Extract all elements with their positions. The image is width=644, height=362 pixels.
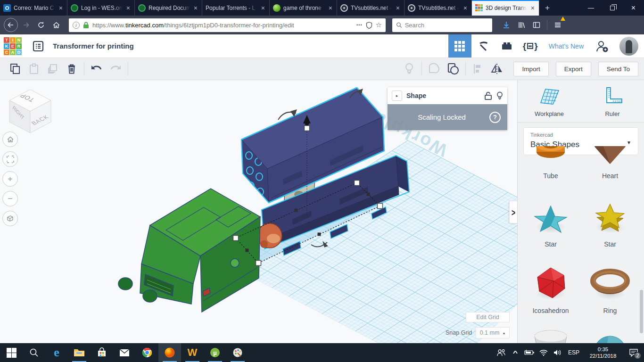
- tinkercad-logo[interactable]: TINKERCAD: [4, 37, 22, 55]
- tab-required-docs[interactable]: Required Docum ×: [135, 0, 202, 16]
- taskbar-paint[interactable]: [226, 343, 249, 362]
- perspective-toggle-button[interactable]: [2, 211, 18, 226]
- delete-icon[interactable]: [62, 59, 81, 78]
- forward-button[interactable]: [19, 18, 33, 32]
- url-text[interactable]: https://www.tinkercad.com/things/6Iztjpm…: [92, 22, 353, 29]
- wifi-icon[interactable]: [537, 343, 551, 362]
- edit-grid-button[interactable]: Edit Grid: [466, 312, 510, 322]
- reload-button[interactable]: [34, 18, 48, 32]
- tracking-shield-icon[interactable]: [366, 22, 372, 29]
- taskbar-filmora[interactable]: W: [181, 343, 204, 362]
- search-box[interactable]: [392, 18, 492, 32]
- collapse-sidebar-handle[interactable]: >: [509, 201, 517, 223]
- whats-new-link[interactable]: What's New: [542, 34, 590, 58]
- tab-close-icon[interactable]: ×: [395, 4, 401, 12]
- expand-panel-icon[interactable]: ▸: [392, 90, 402, 101]
- design-properties-icon[interactable]: [30, 38, 46, 54]
- zoom-in-button[interactable]: +: [2, 171, 18, 187]
- tab-wes-login[interactable]: Log in - WES.org ×: [67, 0, 135, 16]
- taskbar-chrome[interactable]: [136, 343, 158, 362]
- language-indicator[interactable]: ESP: [565, 343, 583, 362]
- start-button[interactable]: [0, 343, 23, 362]
- tab-close-icon[interactable]: ×: [193, 4, 198, 12]
- taskbar-utorrent[interactable]: µ: [204, 343, 226, 362]
- bookmark-star-icon[interactable]: ☆: [376, 21, 382, 29]
- unlock-icon[interactable]: [484, 91, 492, 100]
- brick-icon[interactable]: [495, 34, 519, 58]
- shape-item-star[interactable]: Star: [586, 196, 634, 248]
- undo-icon[interactable]: [87, 59, 106, 78]
- tab-close-icon[interactable]: ×: [530, 4, 536, 12]
- sidebar-toggle-icon[interactable]: [530, 18, 543, 32]
- 3d-viewport[interactable]: Workplane: [0, 80, 517, 343]
- shape-item-heart[interactable]: Heart: [586, 146, 634, 180]
- codeblocks-icon[interactable]: {}: [519, 34, 542, 58]
- minecraft-pickaxe-icon[interactable]: [471, 34, 495, 58]
- close-window-button[interactable]: ×: [623, 0, 644, 16]
- taskbar-edge[interactable]: e: [45, 343, 68, 362]
- taskbar-file-explorer[interactable]: [68, 343, 91, 362]
- workplane-tool[interactable]: Workplane: [518, 86, 581, 117]
- fit-view-button[interactable]: [2, 151, 18, 167]
- align-icon[interactable]: [469, 59, 487, 78]
- sidebar-scrollbar[interactable]: [640, 290, 643, 333]
- library-icon[interactable]: [515, 18, 528, 32]
- mirror-icon[interactable]: [487, 59, 506, 78]
- hole-solid-icon[interactable]: [425, 59, 444, 78]
- taskbar-clock[interactable]: 0:35 22/11/2018: [583, 346, 623, 359]
- battery-icon[interactable]: [522, 343, 537, 362]
- shape-item-ring[interactable]: Ring: [586, 262, 634, 314]
- url-bar[interactable]: i https://www.tinkercad.com/things/6Iztj…: [69, 18, 386, 32]
- new-tab-button[interactable]: +: [539, 0, 555, 16]
- tab-tvsubtitles-1[interactable]: TVsubtitles.net - ×: [337, 0, 405, 16]
- page-actions-icon[interactable]: •••: [356, 23, 362, 27]
- hide-bulb-icon[interactable]: [496, 91, 503, 100]
- shape-item-icosahedron[interactable]: Icosahedron: [527, 262, 574, 314]
- action-center-button[interactable]: 2: [623, 343, 644, 362]
- view-cube[interactable]: TOP RIGHT BACK: [4, 86, 57, 138]
- orange-engine-model[interactable]: [257, 223, 282, 248]
- volume-icon[interactable]: [551, 343, 565, 362]
- shape-item-tube[interactable]: Tube: [527, 146, 574, 180]
- taskbar-search-button[interactable]: [23, 343, 45, 362]
- copy-icon[interactable]: [6, 59, 25, 78]
- tab-tvsubtitles-2[interactable]: TVsubtitles.net - ×: [405, 0, 472, 16]
- home-button[interactable]: [49, 18, 63, 32]
- search-input[interactable]: [405, 22, 488, 29]
- taskbar-firefox-active[interactable]: [158, 343, 181, 362]
- tab-torrents[interactable]: Popular Torrents - L ×: [202, 0, 270, 16]
- duplicate-icon[interactable]: [43, 59, 62, 78]
- taskbar-store[interactable]: [91, 343, 113, 362]
- show-all-bulb-icon[interactable]: [400, 59, 419, 78]
- export-button[interactable]: Export: [556, 62, 591, 76]
- zoom-out-button[interactable]: −: [2, 191, 18, 206]
- snap-grid-dropdown[interactable]: 0.1 mm▲: [476, 327, 510, 338]
- user-avatar[interactable]: [619, 37, 638, 56]
- tab-got[interactable]: game of throne ×: [270, 0, 337, 16]
- design-title[interactable]: Transformer for printing: [53, 42, 134, 50]
- tab-close-icon[interactable]: ×: [328, 4, 333, 12]
- dashboard-grid-button[interactable]: [448, 34, 471, 58]
- tab-close-icon[interactable]: ×: [462, 4, 468, 12]
- import-button[interactable]: Import: [513, 62, 548, 76]
- redo-icon[interactable]: [106, 59, 125, 78]
- tab-close-icon[interactable]: ×: [260, 4, 266, 12]
- paste-icon[interactable]: [25, 59, 43, 78]
- tab-tinkercad-active[interactable]: 3D design Trans ×: [472, 0, 539, 16]
- minimize-button[interactable]: —: [580, 0, 602, 16]
- restore-button[interactable]: [602, 0, 623, 16]
- menu-hamburger-icon[interactable]: [551, 18, 564, 32]
- help-icon[interactable]: ?: [489, 112, 501, 123]
- view-home-button[interactable]: [2, 132, 18, 147]
- send-to-button[interactable]: Send To: [598, 62, 638, 76]
- tab-close-icon[interactable]: ×: [125, 4, 131, 12]
- tab-close-icon[interactable]: ×: [58, 4, 64, 12]
- shape-item-star-scattered[interactable]: Star: [527, 196, 574, 248]
- green-truck-model[interactable]: [118, 189, 260, 312]
- back-button[interactable]: [4, 18, 18, 32]
- shape-item-partial-teal[interactable]: [586, 328, 634, 343]
- shape-item-partial-gray[interactable]: [527, 328, 574, 343]
- ruler-tool[interactable]: Ruler: [581, 86, 644, 117]
- page-info-icon[interactable]: i: [73, 22, 80, 29]
- invite-collaborator-icon[interactable]: [590, 34, 614, 58]
